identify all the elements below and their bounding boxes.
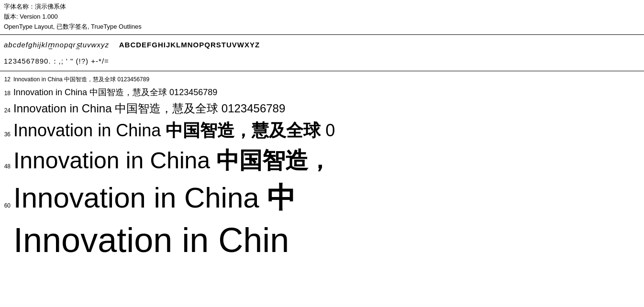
header-info: 字体名称：演示佛系体 版本: Version 1.000 OpenType La… [0,0,644,33]
sample-row-48: 48 Innovation in China 中国智造， [0,144,644,177]
font-samples: 12 Innovation in China 中国智造，慧及全球 0123456… [0,73,644,262]
header-divider [0,34,644,35]
sample-row-24: 24 Innovation in China 中国智造，慧及全球 0123456… [0,99,644,118]
sample-text-72: Innovation in Chin [13,220,289,260]
numbers-display: 1234567890.：,; ' " (!?) +-*/= [0,53,644,69]
sample-text-18: Innovation in China 中国智造，慧及全球 0123456789 [13,87,217,98]
sample-row-12: 12 Innovation in China 中国智造，慧及全球 0123456… [0,74,644,85]
version: 版本: Version 1.000 [4,12,640,22]
size-label-36: 36 [0,131,13,138]
size-label-24: 24 [0,107,13,114]
opentype-info: OpenType Layout, 已数字签名, TrueType Outline… [4,22,640,32]
size-label-60: 60 [0,202,13,209]
sample-text-24: Innovation in China 中国智造，慧及全球 0123456789 [13,101,285,116]
number-chars: 1234567890.：,; ' " (!?) +-*/= [4,57,109,65]
sample-row-18: 18 Innovation in China 中国智造，慧及全球 0123456… [0,85,644,99]
sample-text-12: Innovation in China 中国智造，慧及全球 0123456789 [13,76,149,84]
charset-divider [0,71,644,71]
size-label-18: 18 [0,90,13,97]
sample-text-36: Innovation in China 中国智造，慧及全球 0 [13,119,335,143]
font-name: 字体名称：演示佛系体 [4,2,640,12]
size-label-12: 12 [0,76,13,83]
sample-row-72: Innovation in Chin [0,219,644,261]
size-label-48: 48 [0,163,13,170]
uppercase-chars: ABCDEFGHIJKLMNOPQRSTUVWXYZ [119,41,260,49]
charset-display: abcdefghijklm̲nopqrs̲tuvwxyz ABCDEFGHIJK… [0,37,644,53]
sample-row-36: 36 Innovation in China 中国智造，慧及全球 0 [0,118,644,144]
sample-text-48: Innovation in China 中国智造， [13,145,331,176]
lowercase-chars: abcdefghijklm̲nopqrs̲tuvwxyz [4,41,109,49]
sample-row-60: 60 Innovation in China 中 [0,177,644,219]
sample-text-60: Innovation in China 中 [13,179,296,218]
